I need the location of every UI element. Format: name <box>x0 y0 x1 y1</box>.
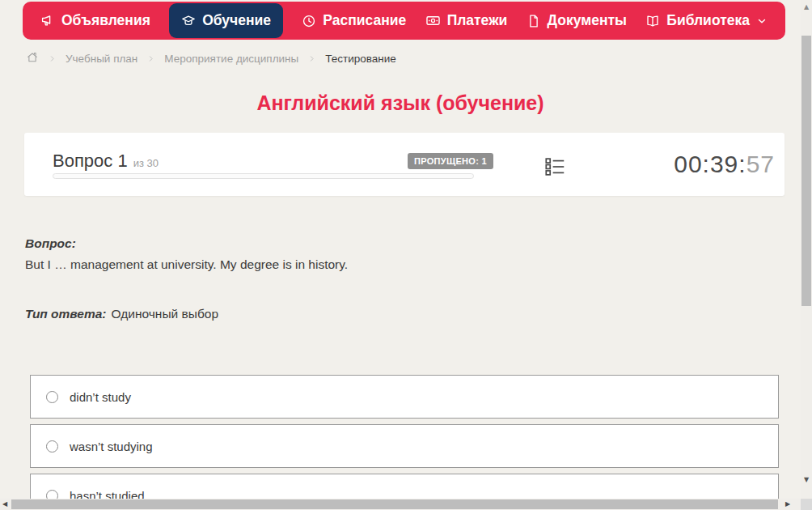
question-prompt-text: But I … management at university. My deg… <box>25 257 348 272</box>
nav-item-label: Библиотека <box>666 12 750 29</box>
chevron-down-icon <box>756 15 768 27</box>
answer-options: didn’t study wasn’t studying hasn’t stud… <box>30 375 779 499</box>
breadcrumb-separator-icon <box>307 54 316 63</box>
document-icon <box>527 14 541 28</box>
breadcrumb-separator-icon <box>48 54 57 63</box>
radio-button[interactable] <box>46 490 58 499</box>
answer-option-2[interactable]: wasn’t studying <box>30 424 779 468</box>
scroll-right-arrow-icon[interactable]: ▶ <box>785 500 790 508</box>
screen: Объявления Обучение Расписание Платежи <box>0 0 812 510</box>
nav-item-documents[interactable]: Документы <box>527 12 627 29</box>
radio-button[interactable] <box>46 391 58 403</box>
answer-option-label: hasn’t studied <box>70 489 145 499</box>
breadcrumb-separator-icon <box>146 54 155 63</box>
top-navigation: Объявления Обучение Расписание Платежи <box>23 2 785 40</box>
answer-option-label: didn’t study <box>70 390 131 404</box>
breadcrumb: Учебный план Мероприятие дисциплины Тест… <box>26 50 396 66</box>
breadcrumb-item-curriculum[interactable]: Учебный план <box>66 53 137 65</box>
quiz-header-card: Вопрос 1 из 30 ПРОПУЩЕНО: 1 00:39:57 <box>24 133 785 196</box>
scroll-down-arrow-icon[interactable]: ▼ <box>801 476 812 484</box>
answer-type-label: Тип ответа: <box>25 307 107 321</box>
nav-item-payments[interactable]: Платежи <box>425 12 508 29</box>
radio-button[interactable] <box>46 440 58 453</box>
nav-item-label: Обучение <box>202 12 271 29</box>
horizontal-scrollbar[interactable]: ◀ ▶ <box>0 499 801 510</box>
clock-icon <box>302 14 316 28</box>
question-number: Вопрос 1 <box>53 151 128 172</box>
breadcrumb-item-testing: Тестирование <box>325 53 396 65</box>
scroll-up-arrow-icon[interactable]: ▲ <box>801 3 812 11</box>
answer-option-1[interactable]: didn’t study <box>30 375 779 419</box>
nav-item-schedule[interactable]: Расписание <box>302 12 406 29</box>
nav-item-label: Платежи <box>447 12 508 29</box>
timer-hours-minutes: 00:39: <box>674 151 746 177</box>
question-prompt-label: Вопрос: <box>25 236 76 251</box>
answer-option-label: wasn’t studying <box>70 440 153 453</box>
countdown-timer: 00:39:57 <box>674 151 775 178</box>
timer-seconds: 57 <box>746 151 775 177</box>
scroll-left-arrow-icon[interactable]: ◀ <box>2 500 7 508</box>
nav-item-learning[interactable]: Обучение <box>169 3 283 38</box>
answer-option-3[interactable]: hasn’t studied <box>30 474 779 499</box>
banknote-icon <box>425 13 441 28</box>
skipped-badge: ПРОПУЩЕНО: 1 <box>408 153 493 169</box>
answer-type-line: Тип ответа:Одиночный выбор <box>25 307 218 321</box>
breadcrumb-item-discipline-event[interactable]: Мероприятие дисциплины <box>164 53 298 65</box>
book-icon <box>645 14 660 28</box>
nav-item-library[interactable]: Библиотека <box>645 12 768 29</box>
horizontal-scrollbar-thumb[interactable] <box>11 499 778 509</box>
nav-item-announcements[interactable]: Объявления <box>40 12 150 29</box>
main-content: Объявления Обучение Расписание Платежи <box>0 0 801 499</box>
graduation-cap-icon <box>181 14 196 28</box>
answer-type-value: Одиночный выбор <box>112 307 219 321</box>
megaphone-icon <box>40 14 55 28</box>
question-list-icon[interactable] <box>543 155 567 179</box>
nav-item-label: Документы <box>548 12 627 29</box>
nav-item-label: Расписание <box>323 12 406 29</box>
vertical-scrollbar-thumb[interactable] <box>801 36 811 306</box>
home-icon[interactable] <box>26 51 39 66</box>
scrollbar-corner <box>801 499 812 510</box>
page-title: Английский язык (обучение) <box>0 91 801 115</box>
question-total: из 30 <box>133 157 159 169</box>
nav-item-label: Объявления <box>61 12 150 29</box>
progress-bar <box>53 173 474 179</box>
vertical-scrollbar[interactable]: ▲ ▼ <box>801 0 812 499</box>
question-counter: Вопрос 1 из 30 <box>53 151 159 172</box>
